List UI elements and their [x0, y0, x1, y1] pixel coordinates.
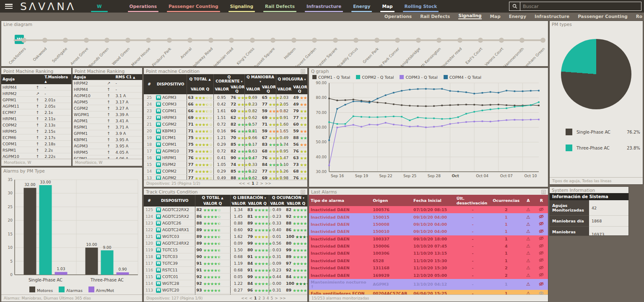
condition-row[interactable]: 114WWGTC2892☆☆☆☆☆★★★★★1.2284☆☆☆☆☆★★★★★0.…: [144, 280, 307, 287]
condition-row[interactable]: 124WAGDTC25RX286☆☆☆☆☆★★★★★1.4581☆☆☆☆☆★★★…: [144, 213, 307, 220]
condition-row[interactable]: 115WCOTC0192☆☆☆☆☆★★★★★0.0599☆☆☆☆☆★★★★★0.…: [144, 274, 307, 280]
alarm-warning-icon[interactable]: ⚠: [526, 207, 530, 212]
ranking-row[interactable]: HRPM4↑-: [1, 84, 71, 90]
station-dot-15[interactable]: [333, 38, 338, 43]
ranking-row[interactable]: ECPM6↑2.17s: [1, 134, 71, 141]
ranking-row[interactable]: AGPM10↑3.1 A: [73, 93, 142, 99]
col-group[interactable]: Q TOTAL ▲: [187, 74, 213, 84]
station-dot-11[interactable]: [250, 38, 255, 43]
alarm-warning-icon[interactable]: ⚠: [526, 265, 530, 271]
alarm-row[interactable]: Inactividad DAEN13116811/10/20 15:30 -2 …: [309, 264, 548, 271]
tab-rail-defects[interactable]: Rail Defects: [261, 0, 299, 13]
subnav-passenger-counting[interactable]: Passenger Counting: [578, 14, 628, 19]
r-eye-slash-icon[interactable]: [539, 207, 544, 212]
station-dot-22[interactable]: [478, 38, 483, 43]
r-eye-slash-icon[interactable]: [539, 282, 544, 286]
col-0[interactable]: Tipo de alarma: [309, 195, 371, 206]
condition-row[interactable]: 117WTGTC3991☆☆☆☆☆★★★★★1.1984☆☆☆☆☆★★★★★0.…: [144, 260, 307, 267]
subnav-operations[interactable]: Operations: [384, 14, 412, 19]
page-link[interactable]: <<: [239, 181, 245, 186]
page-current[interactable]: 1: [254, 296, 257, 300]
r-eye-slash-icon[interactable]: [539, 214, 544, 219]
tab-line-w[interactable]: W: [93, 0, 106, 13]
station-dot-21[interactable]: [457, 38, 462, 43]
col-group[interactable]: Q CORRIENTE ▾: [213, 74, 245, 84]
condition-row[interactable]: 120WAGDTC24RX289☆☆☆☆☆★★★★★0.0999☆☆☆☆☆★★★…: [144, 240, 307, 247]
tab-map[interactable]: Map: [378, 0, 397, 13]
export-icon[interactable]: [301, 190, 305, 194]
condition-row[interactable]: 121WWGTC0389☆☆☆☆☆★★★★★1.6279☆☆☆☆☆★★★★★0.…: [144, 233, 307, 240]
alarm-row[interactable]: Inactividad DAEN10057607/10/20 08:15 -2 …: [309, 206, 548, 213]
station-dot-19[interactable]: [416, 38, 421, 43]
station-dot-6[interactable]: [146, 38, 151, 43]
subnav-rail-defects[interactable]: Rail Defects: [420, 14, 450, 19]
station-dot-3[interactable]: [84, 38, 89, 43]
condition-row[interactable]: 123WAGDTC2688☆☆☆☆☆★★★★★0.8889☆☆☆☆☆★★★★★0…: [144, 220, 307, 227]
page-link[interactable]: >>: [265, 181, 271, 186]
page-link[interactable]: <<: [241, 296, 247, 300]
station-dot-8[interactable]: [187, 38, 192, 43]
page-current[interactable]: 1: [252, 181, 254, 186]
ranking-row[interactable]: HRPM4↑-: [73, 86, 142, 93]
ranking-row[interactable]: AGPM3↑3.95 A: [73, 143, 142, 149]
alarm-warning-icon[interactable]: ⚠: [526, 214, 530, 220]
condition-row[interactable]: 14WCOPM277☆☆☆☆☆★★★★★0.2985☆☆☆☆☆★★★★★0.22…: [144, 168, 307, 175]
r-eye-slash-icon[interactable]: [539, 229, 544, 233]
r-eye-slash-icon[interactable]: [539, 236, 544, 240]
alarm-row[interactable]: Inactividad DAEN15000610/10/20 07:45 -4 …: [309, 243, 548, 250]
ranking-row[interactable]: RSPM1↑3.71 A: [73, 124, 142, 130]
page-link[interactable]: 4: [267, 296, 269, 300]
condition-row[interactable]: 119WTGTC1590☆☆☆☆☆★★★★★1.5080☆☆☆☆☆★★★★★0.…: [144, 247, 307, 253]
station-dot-24[interactable]: [519, 38, 525, 43]
ranking-row[interactable]: KBPM1↑3.95 A: [73, 137, 142, 143]
col-sort[interactable]: RMS C1 ▲: [114, 74, 142, 80]
station-dot-0[interactable]: [21, 38, 26, 43]
ranking-row[interactable]: HRPM2↗-: [73, 80, 142, 86]
ranking-row[interactable]: AGPM1↑3.41 A: [73, 118, 142, 124]
condition-row[interactable]: 113WWGTC2093☆☆☆☆☆★★★★★0.2796☆☆☆☆☆★★★★★0.…: [144, 287, 307, 294]
condition-row[interactable]: 116WRSTC1191☆☆☆☆☆★★★★★0.6891☆☆☆☆☆★★★★★0.…: [144, 267, 307, 274]
r-eye-slash-icon[interactable]: [539, 251, 544, 255]
subnav-ro[interactable]: Ro: [636, 14, 642, 19]
station-dot-20[interactable]: [436, 38, 441, 43]
station-dot-2[interactable]: [63, 38, 68, 43]
alarm-row[interactable]: Inactividad DAEN16992912/10/20 05:00 -2 …: [309, 271, 548, 279]
alarm-warning-icon[interactable]: ⚠: [526, 236, 530, 242]
col-group[interactable]: Q MANIOBRA ▾: [245, 74, 276, 84]
alarm-row[interactable]: Inactividad DAEN652811/10/20 15:30 -1 ⚠: [309, 257, 548, 264]
tab-infrastructure[interactable]: Infrastructure: [302, 0, 345, 13]
page-link[interactable]: 2: [256, 181, 259, 186]
condition-row[interactable]: 24WCOPM366☆☆☆☆☆★★★★★0.4272☆☆☆☆☆★★★★★0.23…: [144, 101, 307, 108]
condition-row[interactable]: 23WCGPM166☆☆☆☆☆★★★★★1.6160☆☆☆☆☆★★★★★0.82…: [144, 108, 307, 114]
alarm-row[interactable]: Inactividad DAEN15001509/10/20 04:00 -1 …: [309, 213, 548, 220]
station-dot-23[interactable]: [499, 38, 504, 43]
r-eye-slash-icon[interactable]: [539, 244, 544, 248]
col-4[interactable]: Ocurrencias: [491, 195, 522, 206]
ranking-row[interactable]: HRPM5↑4.05 A: [73, 149, 142, 155]
hamburger-menu-icon[interactable]: [5, 4, 13, 9]
r-eye-slash-icon[interactable]: [539, 222, 544, 226]
station-dot-4[interactable]: [104, 38, 109, 43]
tab-energy[interactable]: Energy: [349, 0, 374, 13]
col-1[interactable]: Origen: [371, 195, 412, 206]
subnav-map[interactable]: Map: [490, 14, 501, 19]
alarm-warning-icon[interactable]: ⚠: [526, 250, 530, 256]
station-dot-18[interactable]: [395, 38, 400, 43]
col-aguja[interactable]: Aguja: [73, 74, 103, 80]
condition-row[interactable]: 18WCOPM175☆☆☆☆☆★★★★★0.2985☆☆☆☆☆★★★★★0.17…: [144, 141, 307, 148]
page-link[interactable]: >>: [280, 296, 286, 300]
col-2[interactable]: Fecha Inicial: [412, 195, 455, 206]
search-input[interactable]: [520, 2, 641, 11]
page-link[interactable]: 5: [270, 296, 273, 300]
condition-row[interactable]: 118WTGTC0390☆☆☆☆☆★★★★★0.6891☆☆☆☆☆★★★★★0.…: [144, 253, 307, 260]
tab-rolling-stock[interactable]: Rolling Stock: [400, 0, 441, 13]
ranking-row[interactable]: WGPM1↑3.39 A: [73, 111, 142, 118]
page-link[interactable]: 3: [262, 296, 265, 300]
ranking-row[interactable]: COPM1↑2.18s: [1, 141, 71, 147]
page-link[interactable]: >: [275, 296, 278, 300]
col-sort[interactable]: T.Maniobra ▲: [43, 74, 71, 84]
ranking-row[interactable]: AGPM5↑3.17 A: [73, 99, 142, 105]
col-group[interactable]: Q HOLGURA ▾: [276, 74, 307, 84]
station-dot-5[interactable]: [125, 38, 130, 43]
condition-row[interactable]: 25WAGPM363☆☆☆☆☆★★★★★0.9576☆☆☆☆☆★★★★★0.69…: [144, 94, 307, 101]
